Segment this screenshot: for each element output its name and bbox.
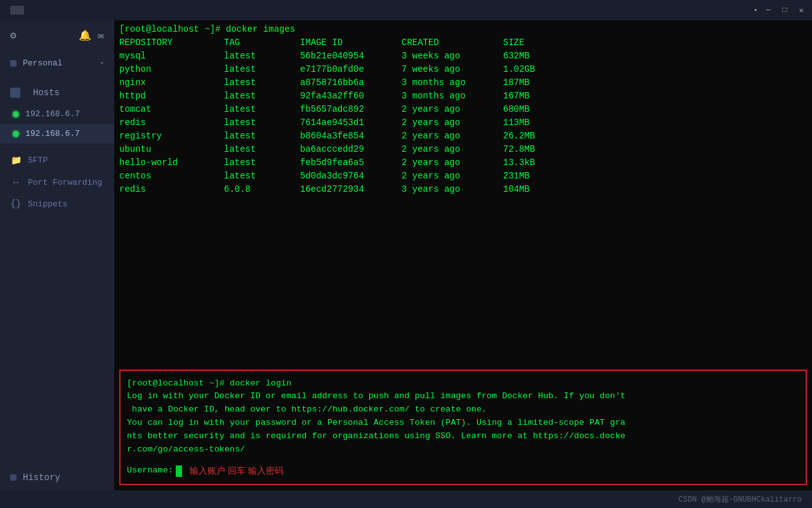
table-rows: mysqllatest56b21e0409543 weeks ago632MBp… [119, 50, 807, 196]
personal-group: Personal ▾ [0, 48, 114, 79]
username-label: Username: [127, 464, 173, 478]
sidebar-item-sftp[interactable]: 📁 SFTP [0, 149, 114, 171]
minimize-button[interactable]: — [763, 4, 774, 16]
table-header: REPOSITORY TAG IMAGE ID CREATED SIZE [119, 36, 807, 50]
col-repo: REPOSITORY [119, 36, 224, 50]
app-icon [10, 6, 24, 15]
login-command: [root@localhost ~]# docker login [127, 377, 799, 391]
table-row: hello-worldlatestfeb5d9fea6a52 years ago… [119, 156, 807, 170]
host-dot-2 [13, 131, 19, 137]
terminal-area[interactable]: [root@localhost ~]# docker images REPOSI… [114, 20, 812, 490]
table-row: registrylatestb8604a3fe8542 years ago26.… [119, 130, 807, 143]
host-dot-1 [13, 111, 19, 117]
snippets-icon: {} [10, 199, 22, 209]
terminal-content[interactable]: [root@localhost ~]# docker images REPOSI… [114, 20, 812, 367]
col-id: IMAGE ID [300, 36, 402, 50]
login-line2: have a Docker ID, head over to https://h… [127, 403, 799, 417]
sidebar: ⚙ 🔔 ✉ Personal ▾ Hosts 192.168.6.7 [0, 20, 114, 490]
settings-icon[interactable]: ⚙ [10, 29, 16, 42]
docker-images-command: [root@localhost ~]# docker images [119, 23, 807, 36]
login-section: [root@localhost ~]# docker login Log in … [119, 370, 807, 485]
titlebar: ▾ — □ ✕ [0, 0, 812, 20]
personal-label: Personal [23, 58, 62, 68]
sftp-label: SFTP [28, 156, 48, 165]
host-ip-2: 192.168.6.7 [25, 129, 80, 138]
sidebar-top: ⚙ 🔔 ✉ [0, 23, 114, 48]
hosts-section: Hosts 192.168.6.7 192.168.6.7 [0, 79, 114, 147]
personal-header[interactable]: Personal ▾ [0, 53, 114, 73]
sidebar-item-port-forwarding[interactable]: ↔ Port Forwarding [0, 171, 114, 193]
hosts-icon [10, 88, 20, 98]
footer: CSDN @鲍海超-GNUBHCkalitarro [0, 490, 812, 508]
host-item-1[interactable]: 192.168.6.7 [0, 104, 114, 124]
history-icon [10, 474, 16, 481]
table-row: httpdlatest92fa43a2ff603 months ago167MB [119, 90, 807, 103]
table-row: ubuntulatestba6acccedd292 years ago72.8M… [119, 143, 807, 156]
sidebar-item-snippets[interactable]: {} Snippets [0, 193, 114, 215]
close-button[interactable]: ✕ [796, 4, 807, 16]
table-row: pythonlateste7177b0afd0e7 weeks ago1.02G… [119, 63, 807, 76]
sftp-icon: 📁 [10, 155, 22, 166]
login-line3: You can log in with your password or a P… [127, 417, 799, 430]
col-created: CREATED [402, 36, 503, 50]
hosts-label[interactable]: Hosts [0, 81, 114, 104]
mail-icon[interactable]: ✉ [98, 29, 104, 42]
col-tag: TAG [224, 36, 300, 50]
dropdown-icon[interactable]: ▾ [754, 6, 757, 14]
col-size: SIZE [503, 36, 525, 50]
table-row: mysqllatest56b21e0409543 weeks ago632MB [119, 50, 807, 63]
history-label: History [23, 472, 60, 483]
footer-text: CSDN @鲍海超-GNUBHCkalitarro [679, 494, 802, 505]
port-forwarding-label: Port Forwarding [28, 178, 102, 187]
table-row: redis6.0.816ecd27729343 years ago104MB [119, 183, 807, 196]
cursor [176, 465, 182, 477]
sidebar-item-history[interactable]: History [0, 465, 114, 490]
bell-icon[interactable]: 🔔 [79, 29, 91, 42]
host-item-2[interactable]: 192.168.6.7 [0, 124, 114, 144]
snippets-label: Snippets [28, 199, 67, 209]
sidebar-misc: 📁 SFTP ↔ Port Forwarding {} Snippets [0, 147, 114, 465]
maximize-button[interactable]: □ [779, 4, 790, 16]
sidebar-top-icons: 🔔 ✉ [79, 29, 104, 42]
port-forwarding-icon: ↔ [10, 177, 22, 187]
table-row: tomcatlatestfb5657adc8922 years ago680MB [119, 103, 807, 116]
login-line5: r.com/go/access-tokens/ [127, 443, 799, 457]
table-row: centoslatest5d0da3dc97642 years ago231MB [119, 170, 807, 183]
docker-table: REPOSITORY TAG IMAGE ID CREATED SIZE [119, 36, 807, 50]
hosts-text: Hosts [33, 88, 60, 98]
main-layout: ⚙ 🔔 ✉ Personal ▾ Hosts 192.168.6.7 [0, 20, 812, 490]
personal-dot [10, 60, 16, 67]
personal-arrow: ▾ [100, 59, 104, 67]
table-row: redislatest7614ae9453d12 years ago113MB [119, 116, 807, 130]
chinese-hint: 输入账户 回车 输入密码 [190, 465, 284, 477]
host-ip-1: 192.168.6.7 [25, 109, 80, 119]
username-prompt: Username: 输入账户 回车 输入密码 [127, 464, 799, 478]
login-line4: nts better security and is required for … [127, 430, 799, 443]
table-row: nginxlatesta8758716bb6a3 months ago187MB [119, 76, 807, 90]
login-line1: Log in with your Docker ID or email addr… [127, 390, 799, 403]
